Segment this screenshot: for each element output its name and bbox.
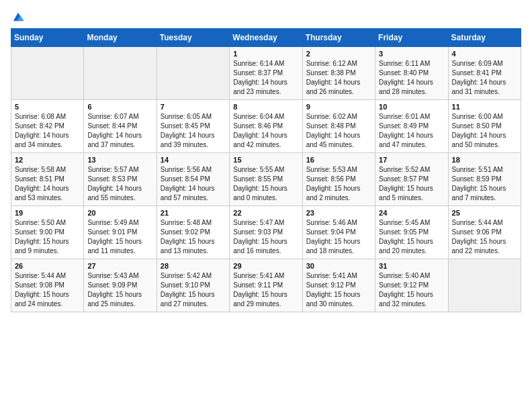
- page-header: [11, 11, 521, 20]
- day-info: Sunrise: 5:57 AMSunset: 8:53 PMDaylight:…: [87, 165, 152, 203]
- calendar-cell: 14Sunrise: 5:56 AMSunset: 8:54 PMDayligh…: [157, 153, 229, 206]
- day-info: Sunrise: 6:05 AMSunset: 8:45 PMDaylight:…: [161, 112, 226, 150]
- day-info: Sunrise: 5:46 AMSunset: 9:04 PMDaylight:…: [306, 218, 371, 256]
- day-number: 2: [306, 50, 371, 58]
- calendar-cell: 19Sunrise: 5:50 AMSunset: 9:00 PMDayligh…: [11, 206, 84, 259]
- calendar-cell: 28Sunrise: 5:42 AMSunset: 9:10 PMDayligh…: [157, 259, 229, 312]
- day-info: Sunrise: 5:44 AMSunset: 9:06 PMDaylight:…: [452, 218, 517, 256]
- calendar-cell: [84, 47, 157, 100]
- calendar-cell: 11Sunrise: 6:00 AMSunset: 8:50 PMDayligh…: [448, 100, 521, 153]
- calendar-cell: 6Sunrise: 6:07 AMSunset: 8:44 PMDaylight…: [84, 100, 157, 153]
- calendar-cell: [448, 259, 521, 312]
- calendar-week-row: 5Sunrise: 6:08 AMSunset: 8:42 PMDaylight…: [11, 100, 521, 153]
- day-info: Sunrise: 5:56 AMSunset: 8:54 PMDaylight:…: [161, 165, 226, 203]
- column-header-thursday: Thursday: [302, 29, 375, 47]
- day-info: Sunrise: 6:02 AMSunset: 8:48 PMDaylight:…: [306, 112, 371, 150]
- column-header-tuesday: Tuesday: [157, 29, 229, 47]
- day-number: 5: [15, 103, 80, 111]
- calendar-cell: 26Sunrise: 5:44 AMSunset: 9:08 PMDayligh…: [11, 259, 84, 312]
- calendar-cell: 17Sunrise: 5:52 AMSunset: 8:57 PMDayligh…: [375, 153, 448, 206]
- calendar-week-row: 26Sunrise: 5:44 AMSunset: 9:08 PMDayligh…: [11, 259, 521, 312]
- calendar-cell: 30Sunrise: 5:41 AMSunset: 9:12 PMDayligh…: [302, 259, 375, 312]
- day-info: Sunrise: 5:43 AMSunset: 9:09 PMDaylight:…: [87, 271, 152, 309]
- day-number: 12: [15, 156, 80, 164]
- calendar-cell: 24Sunrise: 5:45 AMSunset: 9:05 PMDayligh…: [375, 206, 448, 259]
- day-info: Sunrise: 5:40 AMSunset: 9:12 PMDaylight:…: [379, 271, 444, 309]
- calendar-cell: 7Sunrise: 6:05 AMSunset: 8:45 PMDaylight…: [157, 100, 229, 153]
- day-number: 16: [306, 156, 371, 164]
- day-info: Sunrise: 6:12 AMSunset: 8:38 PMDaylight:…: [306, 59, 371, 97]
- day-info: Sunrise: 6:11 AMSunset: 8:40 PMDaylight:…: [379, 59, 444, 97]
- day-number: 22: [233, 209, 298, 217]
- day-number: 10: [379, 103, 444, 111]
- calendar-cell: 22Sunrise: 5:47 AMSunset: 9:03 PMDayligh…: [230, 206, 302, 259]
- day-info: Sunrise: 5:41 AMSunset: 9:12 PMDaylight:…: [306, 271, 371, 309]
- calendar-cell: 5Sunrise: 6:08 AMSunset: 8:42 PMDaylight…: [11, 100, 84, 153]
- calendar-week-row: 19Sunrise: 5:50 AMSunset: 9:00 PMDayligh…: [11, 206, 521, 259]
- day-number: 18: [452, 156, 517, 164]
- calendar-cell: 3Sunrise: 6:11 AMSunset: 8:40 PMDaylight…: [375, 47, 448, 100]
- day-info: Sunrise: 5:42 AMSunset: 9:10 PMDaylight:…: [161, 271, 226, 309]
- day-info: Sunrise: 6:09 AMSunset: 8:41 PMDaylight:…: [452, 59, 517, 97]
- day-info: Sunrise: 5:49 AMSunset: 9:01 PMDaylight:…: [87, 218, 152, 256]
- calendar-cell: 31Sunrise: 5:40 AMSunset: 9:12 PMDayligh…: [375, 259, 448, 312]
- calendar-cell: 29Sunrise: 5:41 AMSunset: 9:11 PMDayligh…: [230, 259, 302, 312]
- day-number: 21: [161, 209, 226, 217]
- calendar-week-row: 12Sunrise: 5:58 AMSunset: 8:51 PMDayligh…: [11, 153, 521, 206]
- day-info: Sunrise: 5:51 AMSunset: 8:59 PMDaylight:…: [452, 165, 517, 203]
- calendar-week-row: 1Sunrise: 6:14 AMSunset: 8:37 PMDaylight…: [11, 47, 521, 100]
- day-number: 30: [306, 262, 371, 270]
- day-number: 8: [233, 103, 298, 111]
- day-info: Sunrise: 6:14 AMSunset: 8:37 PMDaylight:…: [233, 59, 298, 97]
- calendar-cell: 12Sunrise: 5:58 AMSunset: 8:51 PMDayligh…: [11, 153, 84, 206]
- day-info: Sunrise: 5:41 AMSunset: 9:11 PMDaylight:…: [233, 271, 298, 309]
- calendar-cell: 10Sunrise: 6:01 AMSunset: 8:49 PMDayligh…: [375, 100, 448, 153]
- day-info: Sunrise: 6:00 AMSunset: 8:50 PMDaylight:…: [452, 112, 517, 150]
- day-number: 25: [452, 209, 517, 217]
- calendar-cell: 27Sunrise: 5:43 AMSunset: 9:09 PMDayligh…: [84, 259, 157, 312]
- day-number: 26: [15, 262, 80, 270]
- day-number: 27: [87, 262, 152, 270]
- logo-icon: [12, 11, 24, 23]
- day-number: 11: [452, 103, 517, 111]
- column-header-friday: Friday: [375, 29, 448, 47]
- calendar-cell: 21Sunrise: 5:48 AMSunset: 9:02 PMDayligh…: [157, 206, 229, 259]
- calendar-cell: 8Sunrise: 6:04 AMSunset: 8:46 PMDaylight…: [230, 100, 302, 153]
- day-info: Sunrise: 6:07 AMSunset: 8:44 PMDaylight:…: [87, 112, 152, 150]
- day-number: 29: [233, 262, 298, 270]
- day-number: 1: [233, 50, 298, 58]
- day-info: Sunrise: 5:44 AMSunset: 9:08 PMDaylight:…: [15, 271, 80, 309]
- day-number: 24: [379, 209, 444, 217]
- day-info: Sunrise: 5:58 AMSunset: 8:51 PMDaylight:…: [15, 165, 80, 203]
- day-number: 20: [87, 209, 152, 217]
- day-info: Sunrise: 6:01 AMSunset: 8:49 PMDaylight:…: [379, 112, 444, 150]
- calendar-cell: 1Sunrise: 6:14 AMSunset: 8:37 PMDaylight…: [230, 47, 302, 100]
- day-number: 23: [306, 209, 371, 217]
- day-info: Sunrise: 5:55 AMSunset: 8:55 PMDaylight:…: [233, 165, 298, 203]
- calendar-cell: 2Sunrise: 6:12 AMSunset: 8:38 PMDaylight…: [302, 47, 375, 100]
- day-number: 31: [379, 262, 444, 270]
- day-info: Sunrise: 5:45 AMSunset: 9:05 PMDaylight:…: [379, 218, 444, 256]
- calendar-cell: 13Sunrise: 5:57 AMSunset: 8:53 PMDayligh…: [84, 153, 157, 206]
- day-number: 19: [15, 209, 80, 217]
- logo: [11, 11, 24, 20]
- day-info: Sunrise: 5:48 AMSunset: 9:02 PMDaylight:…: [161, 218, 226, 256]
- calendar-cell: 15Sunrise: 5:55 AMSunset: 8:55 PMDayligh…: [230, 153, 302, 206]
- column-header-saturday: Saturday: [448, 29, 521, 47]
- day-number: 7: [161, 103, 226, 111]
- day-number: 6: [87, 103, 152, 111]
- calendar-cell: 20Sunrise: 5:49 AMSunset: 9:01 PMDayligh…: [84, 206, 157, 259]
- day-number: 17: [379, 156, 444, 164]
- calendar-cell: 4Sunrise: 6:09 AMSunset: 8:41 PMDaylight…: [448, 47, 521, 100]
- day-number: 28: [161, 262, 226, 270]
- day-info: Sunrise: 6:04 AMSunset: 8:46 PMDaylight:…: [233, 112, 298, 150]
- day-info: Sunrise: 5:47 AMSunset: 9:03 PMDaylight:…: [233, 218, 298, 256]
- calendar-cell: 18Sunrise: 5:51 AMSunset: 8:59 PMDayligh…: [448, 153, 521, 206]
- calendar-cell: [11, 47, 84, 100]
- day-number: 14: [161, 156, 226, 164]
- calendar-cell: 25Sunrise: 5:44 AMSunset: 9:06 PMDayligh…: [448, 206, 521, 259]
- calendar-cell: [157, 47, 229, 100]
- calendar-cell: 23Sunrise: 5:46 AMSunset: 9:04 PMDayligh…: [302, 206, 375, 259]
- day-number: 3: [379, 50, 444, 58]
- calendar-cell: 16Sunrise: 5:53 AMSunset: 8:56 PMDayligh…: [302, 153, 375, 206]
